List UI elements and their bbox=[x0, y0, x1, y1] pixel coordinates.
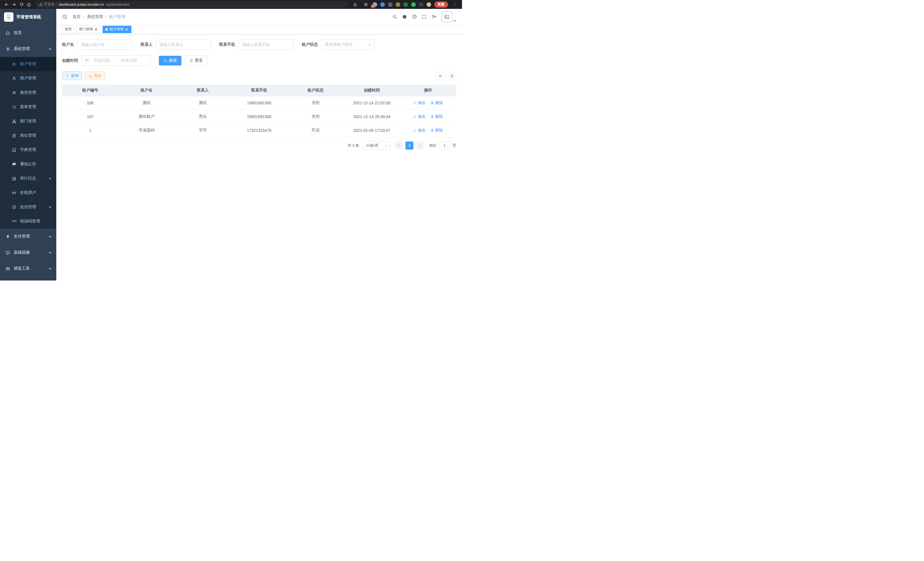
contact-input[interactable] bbox=[159, 42, 207, 47]
delete-link[interactable]: 删除 bbox=[430, 128, 443, 133]
font-size-icon[interactable] bbox=[431, 14, 436, 20]
browser-update-button[interactable]: 更新 bbox=[434, 2, 448, 8]
sidebar-item-sms[interactable]: 短信管理 bbox=[0, 200, 56, 214]
page-size-select[interactable]: 10条/页 bbox=[363, 141, 391, 150]
sidebar-collapse-icon[interactable] bbox=[62, 14, 68, 20]
sidebar-item-system[interactable]: 系统管理 bbox=[0, 41, 56, 57]
sidebar-item-online-users[interactable]: 在线用户 bbox=[0, 186, 56, 200]
prev-page-button[interactable] bbox=[394, 141, 403, 150]
sidebar-item-error-code[interactable]: </> 错误码管理 bbox=[0, 214, 56, 229]
sidebar-item-tenant[interactable]: 租户管理 bbox=[0, 57, 56, 71]
sidebar-item-post[interactable]: 岗位管理 bbox=[0, 128, 56, 143]
sidebar-item-dev-tools[interactable]: 研发工具 bbox=[0, 260, 56, 277]
code-icon: </> bbox=[12, 220, 16, 223]
github-icon[interactable] bbox=[402, 14, 407, 20]
export-button[interactable]: 导出 bbox=[85, 71, 105, 80]
sidebar-item-audit-log[interactable]: 审计日志 bbox=[0, 171, 56, 186]
tab-label: 部门管理 bbox=[79, 27, 93, 32]
sidebar-item-label: 菜单管理 bbox=[20, 104, 36, 110]
add-button[interactable]: 新增 bbox=[62, 71, 82, 80]
sidebar-item-home[interactable]: 首页 bbox=[0, 25, 56, 41]
date-range-picker[interactable]: 开始日期 - 结束日期 bbox=[81, 56, 151, 66]
breadcrumb-home[interactable]: 首页 bbox=[73, 14, 81, 20]
search-button[interactable]: 搜索 bbox=[159, 56, 182, 65]
edit-link[interactable]: 修改 bbox=[413, 114, 425, 119]
user-menu[interactable] bbox=[441, 11, 456, 22]
share-icon[interactable] bbox=[351, 1, 359, 8]
tenant-name-input[interactable] bbox=[81, 42, 129, 47]
sidebar-item-user[interactable]: 用户管理 bbox=[0, 71, 56, 86]
sidebar-item-payment[interactable]: ¥ 支付管理 bbox=[0, 229, 56, 244]
browser-back-button[interactable] bbox=[3, 1, 10, 8]
browser-reload-button[interactable] bbox=[18, 1, 25, 8]
sidebar-item-role[interactable]: 角色管理 bbox=[0, 86, 56, 100]
security-warning[interactable]: 不安全 bbox=[39, 2, 55, 7]
date-end-placeholder: 结束日期 bbox=[118, 58, 139, 63]
gear-icon bbox=[6, 47, 10, 51]
column-header: 租户名 bbox=[118, 85, 175, 96]
extension-icon-4[interactable] bbox=[396, 2, 400, 7]
mobile-input[interactable] bbox=[242, 42, 290, 47]
extension-icon-7[interactable] bbox=[419, 2, 423, 7]
extension-icon-1[interactable]: 10 bbox=[373, 2, 377, 7]
browser-chrome: 不安全 dashboard.yudao.iocoder.cn /system/t… bbox=[0, 0, 462, 9]
user-icon bbox=[12, 76, 16, 81]
reset-button[interactable]: 重置 bbox=[185, 56, 207, 65]
tab-label: 首页 bbox=[65, 27, 72, 32]
tab-tenant[interactable]: 租户管理 bbox=[103, 26, 131, 33]
filter-row-1: 租户名 联系人 联系手机 租户状态 请选择租户状态 bbox=[62, 39, 456, 50]
sidebar-item-dept[interactable]: 部门管理 bbox=[0, 114, 56, 128]
browser-forward-button[interactable] bbox=[10, 1, 18, 8]
extension-icon-8[interactable] bbox=[427, 2, 431, 7]
button-label: 新增 bbox=[71, 73, 78, 78]
extension-icon-3[interactable] bbox=[388, 2, 393, 7]
refresh-icon bbox=[189, 59, 193, 63]
browser-home-button[interactable] bbox=[25, 1, 33, 8]
bookmark-star-icon[interactable] bbox=[362, 1, 369, 8]
link-label: 修改 bbox=[418, 128, 425, 133]
extension-icon-6[interactable] bbox=[411, 2, 416, 7]
cell-actions: 修改 删除 bbox=[400, 96, 456, 110]
download-icon bbox=[88, 74, 92, 78]
sidebar-item-label: 岗位管理 bbox=[20, 133, 36, 138]
current-page[interactable]: 1 bbox=[405, 141, 413, 150]
app-logo[interactable]: 芋道管理系统 bbox=[0, 9, 56, 25]
tab-home[interactable]: 首页 bbox=[62, 26, 75, 33]
delete-link[interactable]: 删除 bbox=[430, 100, 443, 105]
book-icon bbox=[12, 148, 16, 152]
edit-link[interactable]: 修改 bbox=[413, 128, 425, 133]
extension-badge: 10 bbox=[371, 5, 375, 8]
close-icon[interactable] bbox=[94, 27, 98, 32]
refresh-table-button[interactable] bbox=[448, 71, 456, 80]
extension-icon-5[interactable] bbox=[404, 2, 408, 7]
link-label: 删除 bbox=[435, 100, 443, 105]
filter-row-2: 创建时间 开始日期 - 结束日期 搜索 重置 bbox=[62, 56, 456, 66]
toggle-search-button[interactable] bbox=[436, 71, 445, 80]
sidebar-item-dict[interactable]: 字典管理 bbox=[0, 143, 56, 157]
sidebar-item-infra[interactable]: 基础设施 bbox=[0, 244, 56, 260]
address-bar[interactable]: 不安全 dashboard.yudao.iocoder.cn /system/t… bbox=[35, 1, 349, 8]
delete-link[interactable]: 删除 bbox=[430, 114, 443, 119]
edit-link[interactable]: 修改 bbox=[413, 100, 425, 105]
filter-mobile: 联系手机 bbox=[219, 39, 293, 50]
sidebar-item-menu[interactable]: 菜单管理 bbox=[0, 100, 56, 114]
browser-menu-kebab-icon[interactable] bbox=[451, 1, 459, 8]
shield-check-icon bbox=[12, 205, 16, 209]
sidebar-item-notice[interactable]: 通知公告 bbox=[0, 157, 56, 171]
extension-icon-2[interactable] bbox=[380, 2, 385, 7]
fullscreen-icon[interactable] bbox=[422, 14, 427, 19]
breadcrumb-system[interactable]: 系统管理 bbox=[87, 14, 103, 20]
status-select[interactable]: 请选择租户状态 bbox=[321, 39, 374, 50]
table-toolbar: 新增 导出 bbox=[62, 71, 456, 80]
top-navbar: 首页 / 系统管理 / 租户管理 bbox=[56, 9, 462, 25]
cell-created: 2021-12-14 21:02:09 bbox=[344, 96, 400, 110]
next-page-button[interactable] bbox=[416, 141, 424, 150]
goto-page-input[interactable] bbox=[439, 141, 450, 150]
cell-status: 关闭 bbox=[287, 96, 344, 110]
search-icon[interactable] bbox=[392, 14, 397, 19]
help-icon[interactable] bbox=[412, 14, 417, 19]
tab-dept[interactable]: 部门管理 bbox=[76, 26, 101, 33]
close-icon[interactable] bbox=[124, 27, 129, 32]
filter-create-time: 创建时间 开始日期 - 结束日期 bbox=[62, 56, 151, 66]
avatar[interactable] bbox=[441, 11, 452, 22]
